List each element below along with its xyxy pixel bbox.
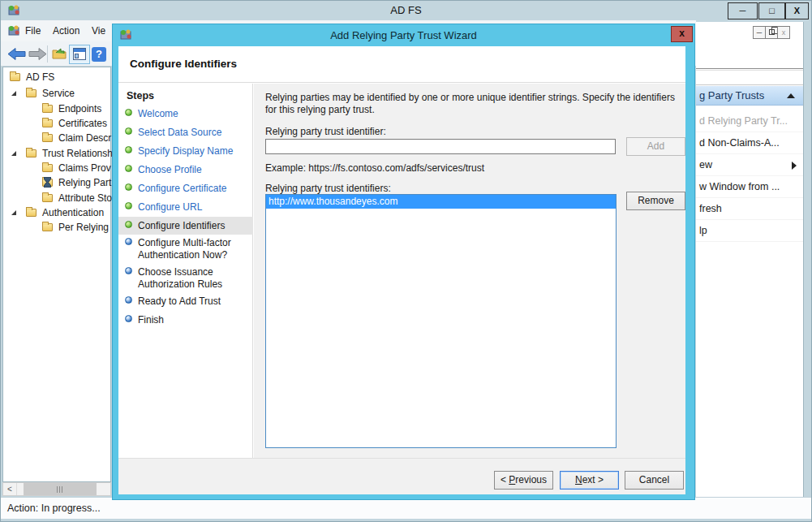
tree-label: Endpoints	[58, 102, 101, 115]
back-arrow-icon[interactable]	[7, 47, 27, 61]
maximize-button[interactable]: □	[758, 2, 785, 19]
child-restore-button[interactable]	[765, 26, 778, 39]
wizard-title: Add Relying Party Trust Wizard	[113, 24, 694, 46]
expanded-icon[interactable]	[11, 151, 16, 156]
child-minimize-button[interactable]: ─	[753, 26, 766, 39]
action-label: w Window from ...	[699, 176, 780, 198]
status-bar: Action: In progress...	[1, 497, 811, 519]
busy-hourglass-icon	[44, 177, 51, 188]
action-new-window-from-here[interactable]: w Window from ...	[696, 176, 803, 198]
expanded-icon[interactable]	[11, 210, 16, 215]
window-right-border	[803, 22, 812, 497]
step-todo-icon	[125, 296, 132, 304]
wizard-content: Relying parties may be identified by one…	[254, 84, 685, 458]
intro-text: Relying parties may be identified by one…	[265, 92, 689, 116]
menu-action[interactable]: Action	[53, 20, 79, 41]
folder-icon	[26, 209, 37, 217]
collapse-arrow-icon[interactable]	[787, 93, 795, 98]
step-todo-icon	[125, 315, 132, 322]
action-view[interactable]: ew	[696, 154, 803, 176]
console-window-glyph	[73, 48, 86, 60]
close-button[interactable]: X	[785, 2, 809, 19]
cancel-button[interactable]: Cancel	[625, 471, 684, 490]
actions-pane: ─ x g Party Trusts d Relying Party Tr...…	[696, 22, 803, 497]
menu-view[interactable]: Vie	[92, 20, 105, 41]
step-label: Select Data Source	[138, 127, 247, 139]
step-label: Specify Display Name	[138, 145, 247, 157]
tree-label: Trust Relationsh	[42, 147, 113, 160]
folder-icon	[42, 223, 53, 231]
identifiers-list-label: Relying party trust identifiers:	[265, 183, 391, 194]
restore-icon	[769, 29, 775, 35]
add-relying-party-trust-wizard: Add Relying Party Trust Wizard x Configu…	[112, 24, 695, 500]
actions-group-header[interactable]: g Party Trusts	[696, 86, 803, 106]
example-text: Example: https://fs.contoso.com/adfs/ser…	[265, 162, 484, 174]
action-label: d Relying Party Tr...	[699, 110, 788, 132]
tree-label: Authentication	[42, 206, 104, 219]
action-label: ew	[699, 154, 712, 176]
minimize-button[interactable]: ─	[728, 2, 758, 19]
step-label: Welcome	[138, 108, 247, 120]
btn-text: <	[501, 474, 509, 485]
adfs-console-window: AD FS ─ □ X File Action Vie ? AD FS	[0, 0, 812, 522]
step-done-icon	[125, 202, 132, 209]
toolbar-separator	[47, 45, 48, 63]
scroll-left-button[interactable]: <	[3, 483, 17, 495]
child-close-button[interactable]: x	[777, 26, 790, 39]
pane-separator	[696, 70, 803, 71]
menu-file[interactable]: File	[25, 20, 41, 41]
step-done-icon	[125, 165, 132, 172]
btn-accesskey: N	[575, 474, 582, 485]
identifiers-listbox[interactable]: http://www.thousandeyes.com	[265, 194, 617, 448]
tree-label: Per Relying	[58, 221, 109, 234]
tree-label: Service	[42, 87, 75, 100]
remove-button[interactable]: Remove	[626, 192, 685, 210]
action-add-non-claims-aware[interactable]: d Non-Claims-A...	[696, 132, 803, 154]
identifier-input[interactable]	[265, 139, 616, 154]
window-title: AD FS	[1, 1, 811, 20]
tree-label: Relying Part	[58, 176, 111, 189]
scrollbar-thumb[interactable]	[24, 483, 97, 495]
steps-header: Steps	[127, 90, 154, 101]
actions-group-title: g Party Trusts	[699, 86, 764, 106]
status-text: Action: In progress...	[7, 503, 101, 514]
action-label: lp	[699, 220, 707, 242]
wizard-titlebar: Add Relying Party Trust Wizard x	[113, 24, 694, 46]
step-label: Configure URL	[138, 201, 247, 214]
wizard-close-button[interactable]: x	[671, 26, 693, 42]
export-list-icon[interactable]	[51, 46, 67, 61]
wizard-header: Configure Identifiers	[118, 46, 685, 83]
expanded-icon[interactable]	[11, 91, 16, 96]
folder-icon	[42, 164, 53, 172]
step-done-icon	[125, 109, 132, 116]
scrollbar-grip	[57, 486, 63, 493]
step-done-icon	[125, 221, 132, 228]
previous-button[interactable]: < Previous	[494, 471, 553, 490]
next-button[interactable]: Next >	[560, 471, 619, 490]
step-label: Configure Multi-factor Authentication No…	[138, 237, 247, 261]
submenu-arrow-icon	[792, 162, 797, 170]
action-help[interactable]: lp	[696, 220, 803, 242]
step-label: Configure Identifiers	[138, 220, 247, 232]
step-todo-icon	[125, 238, 132, 245]
add-button: Add	[626, 137, 685, 156]
list-item-selected[interactable]: http://www.thousandeyes.com	[266, 195, 616, 209]
folder-icon	[26, 149, 37, 157]
forward-arrow-icon[interactable]	[28, 47, 47, 61]
action-add-relying-party-trust: d Relying Party Tr...	[696, 110, 803, 132]
folder-icon	[42, 119, 53, 127]
wizard-heading: Configure Identifiers	[130, 58, 237, 70]
folder-icon	[42, 134, 53, 142]
step-configure-identifiers[interactable]: Configure Identifiers	[118, 217, 253, 235]
folder-icon	[26, 89, 37, 97]
tree-horizontal-scrollbar[interactable]: <	[2, 482, 111, 496]
folder-icon	[42, 105, 53, 113]
step-label: Choose Issuance Authorization Rules	[138, 266, 247, 291]
show-console-tree-icon[interactable]	[69, 45, 90, 64]
tree-label: Claims Prov	[58, 162, 111, 175]
tree-label: Attribute Sto	[58, 192, 112, 205]
action-refresh[interactable]: fresh	[696, 198, 803, 220]
help-icon[interactable]: ?	[92, 47, 106, 62]
adfs-app-icon-small	[7, 24, 20, 37]
step-todo-icon	[125, 267, 132, 274]
